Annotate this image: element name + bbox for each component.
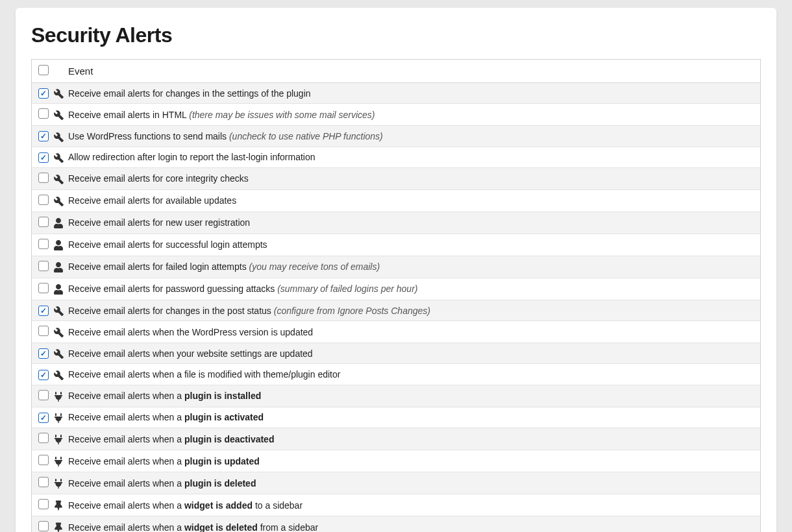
wrench-icon xyxy=(53,152,64,163)
table-row: Receive email alerts for successful logi… xyxy=(32,234,761,256)
row-text: Use WordPress functions to send mails (u… xyxy=(68,126,761,147)
pin-icon xyxy=(53,522,64,532)
row-checkbox[interactable] xyxy=(38,108,49,119)
table-row: Receive email alerts when a plugin is in… xyxy=(32,385,761,407)
row-text-main: Receive email alerts for password guessi… xyxy=(68,284,277,294)
row-text-bold: plugin is deleted xyxy=(184,478,256,489)
row-text-note: (summary of failed logins per hour) xyxy=(277,284,417,294)
wrench-icon xyxy=(53,370,64,380)
row-text-main: Receive email alerts when a xyxy=(68,412,184,422)
row-checkbox[interactable] xyxy=(38,521,49,531)
row-checkbox[interactable] xyxy=(38,413,49,423)
wrench-icon xyxy=(53,306,64,316)
row-text-main: Receive email alerts when a xyxy=(68,434,184,444)
row-text-main: Use WordPress functions to send mails xyxy=(68,131,229,141)
row-checkbox[interactable] xyxy=(38,477,49,487)
table-row: Receive email alerts when a widget is ad… xyxy=(32,494,761,516)
row-text-main: Receive email alerts for changes in the … xyxy=(68,306,274,316)
row-checkbox[interactable] xyxy=(38,348,49,359)
wrench-icon xyxy=(53,132,64,142)
row-text-main: Receive email alerts when a file is modi… xyxy=(68,369,340,380)
plug-icon xyxy=(53,413,64,423)
row-checkbox[interactable] xyxy=(38,217,49,227)
row-text-bold: plugin is updated xyxy=(184,456,260,466)
row-text: Receive email alerts when a plugin is de… xyxy=(68,472,761,494)
row-text-main: Receive email alerts when a xyxy=(68,478,184,489)
row-text: Receive email alerts for successful logi… xyxy=(68,234,761,256)
table-row: Receive email alerts for failed login at… xyxy=(32,256,761,278)
wrench-icon xyxy=(53,196,64,206)
row-text: Receive email alerts for failed login at… xyxy=(68,256,761,278)
row-text: Receive email alerts for changes in the … xyxy=(68,300,761,320)
user-icon xyxy=(53,284,64,295)
wrench-icon xyxy=(53,88,64,99)
select-all-checkbox[interactable] xyxy=(38,65,49,75)
row-checkbox[interactable] xyxy=(38,173,49,183)
table-row: Receive email alerts when the WordPress … xyxy=(32,321,761,343)
user-icon xyxy=(53,240,64,250)
row-checkbox[interactable] xyxy=(38,283,49,293)
table-row: Receive email alerts for available updat… xyxy=(32,189,761,212)
row-text: Receive email alerts for core integrity … xyxy=(68,167,761,189)
row-text: Receive email alerts when a file is modi… xyxy=(68,364,761,385)
row-text-main: Receive email alerts for successful logi… xyxy=(68,239,267,250)
row-text: Receive email alerts when a widget is de… xyxy=(68,516,761,532)
row-checkbox[interactable] xyxy=(38,326,49,336)
row-checkbox[interactable] xyxy=(38,370,49,380)
user-icon xyxy=(53,218,64,228)
row-text-bold: widget is deleted xyxy=(184,522,258,532)
table-row: Receive email alerts for password guessi… xyxy=(32,278,761,300)
wrench-icon xyxy=(53,348,64,359)
row-text-main: Receive email alerts for new user regist… xyxy=(68,217,250,228)
row-checkbox[interactable] xyxy=(38,195,49,205)
row-text-note: (you may receive tons of emails) xyxy=(249,261,380,272)
row-text-suffix: to a sidebar xyxy=(253,500,303,511)
row-text-main: Receive email alerts when a xyxy=(68,522,184,532)
row-text-bold: plugin is installed xyxy=(184,391,261,401)
row-text: Receive email alerts for changes in the … xyxy=(68,83,761,104)
row-checkbox[interactable] xyxy=(38,239,49,249)
wrench-icon xyxy=(53,174,64,184)
row-text-bold: widget is added xyxy=(184,500,253,511)
row-checkbox[interactable] xyxy=(38,152,49,163)
table-header-row: Event xyxy=(32,60,761,83)
row-text: Receive email alerts when the WordPress … xyxy=(68,321,761,343)
wrench-icon xyxy=(53,327,64,337)
row-checkbox[interactable] xyxy=(38,261,49,271)
row-checkbox[interactable] xyxy=(38,131,49,141)
page-title: Security Alerts xyxy=(31,23,776,47)
row-text-main: Receive email alerts for available updat… xyxy=(68,195,236,206)
row-text: Receive email alerts for new user regist… xyxy=(68,212,761,234)
row-checkbox[interactable] xyxy=(38,390,49,400)
row-text-main: Receive email alerts for failed login at… xyxy=(68,261,249,272)
row-checkbox[interactable] xyxy=(38,455,49,465)
table-row: Receive email alerts for changes in the … xyxy=(32,83,761,104)
row-text: Receive email alerts for password guessi… xyxy=(68,278,761,300)
table-row: Use WordPress functions to send mails (u… xyxy=(32,126,761,147)
row-text-bold: plugin is activated xyxy=(184,412,264,422)
table-row: Receive email alerts when a plugin is up… xyxy=(32,450,761,472)
plug-icon xyxy=(53,456,64,466)
plug-icon xyxy=(53,391,64,402)
table-row: Receive email alerts when a plugin is de… xyxy=(32,428,761,450)
row-text: Receive email alerts when a plugin is de… xyxy=(68,428,761,450)
row-text-main: Allow redirection after login to report … xyxy=(68,152,316,162)
table-row: Receive email alerts when a plugin is ac… xyxy=(32,407,761,428)
table-row: Receive email alerts for changes in the … xyxy=(32,300,761,320)
row-checkbox[interactable] xyxy=(38,499,49,509)
row-text-note: (uncheck to use native PHP functions) xyxy=(229,131,383,141)
row-checkbox[interactable] xyxy=(38,88,49,99)
row-text-main: Receive email alerts when the WordPress … xyxy=(68,327,313,337)
row-text-bold: plugin is deactivated xyxy=(184,434,274,444)
row-text: Receive email alerts when your website s… xyxy=(68,343,761,364)
row-checkbox[interactable] xyxy=(38,433,49,443)
alerts-table: Event Receive email alerts for changes i… xyxy=(31,59,761,532)
row-text-note: (there may be issues with some mail serv… xyxy=(189,110,375,120)
row-text-main: Receive email alerts when your website s… xyxy=(68,348,313,359)
row-checkbox[interactable] xyxy=(38,306,49,316)
table-row: Receive email alerts when a widget is de… xyxy=(32,516,761,532)
table-row: Receive email alerts for new user regist… xyxy=(32,212,761,234)
row-text-main: Receive email alerts in HTML xyxy=(68,110,189,120)
row-text: Allow redirection after login to report … xyxy=(68,147,761,167)
row-text-suffix: from a sidebar xyxy=(258,522,318,532)
